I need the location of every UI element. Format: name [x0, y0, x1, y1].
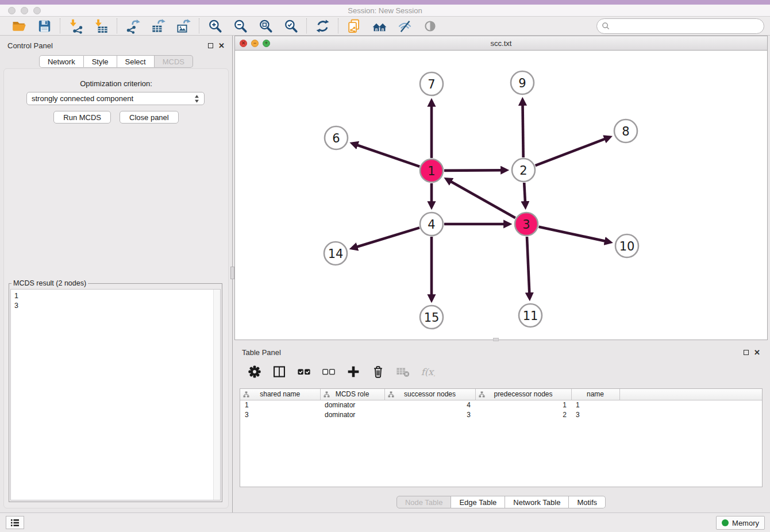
mcds-result-textarea[interactable]: 13: [10, 289, 221, 500]
graph-node-15[interactable]: 15: [420, 306, 443, 329]
dropdown-selected-value: strongly connected component: [32, 94, 194, 103]
tab-style[interactable]: Style: [84, 55, 117, 68]
cell-successor-nodes[interactable]: 4: [384, 400, 475, 410]
edge-4-14[interactable]: [352, 228, 419, 248]
export-image-button[interactable]: [174, 17, 193, 34]
clone-network-button[interactable]: [344, 17, 364, 34]
search-box[interactable]: [596, 18, 764, 34]
check-pair-icon: [297, 364, 311, 379]
edge-1-6[interactable]: [352, 144, 419, 167]
run-mcds-button[interactable]: Run MCDS: [53, 111, 111, 124]
column-header-predecessor-nodes[interactable]: predecessor nodes: [475, 389, 571, 400]
zoom-fit-button[interactable]: [256, 17, 275, 34]
graph-node-7[interactable]: 7: [420, 72, 443, 95]
memory-button[interactable]: Memory: [716, 516, 765, 530]
zoom-selected-button[interactable]: [281, 17, 301, 34]
tab-mcds[interactable]: MCDS: [155, 55, 193, 68]
node-table[interactable]: shared nameMCDS rolesuccessor nodesprede…: [240, 388, 763, 487]
network-minimize-button[interactable]: −: [251, 40, 259, 47]
import-table-button[interactable]: [91, 17, 111, 34]
show-hidden-panels-button[interactable]: [6, 516, 24, 529]
network-window-titlebar: ✕ − + scc.txt: [234, 36, 768, 51]
column-header-shared-name[interactable]: shared name: [240, 389, 320, 400]
tab-motifs[interactable]: Motifs: [569, 496, 606, 508]
tab-network-table[interactable]: Network Table: [505, 496, 569, 508]
show-columns-button[interactable]: [271, 363, 288, 381]
graph-node-10[interactable]: 10: [615, 234, 638, 257]
svg-text:8: 8: [622, 125, 629, 138]
cell-name[interactable]: 1: [571, 400, 619, 410]
first-neighbors-button[interactable]: [369, 17, 389, 34]
graph-node-8[interactable]: 8: [614, 119, 637, 142]
cell-predecessor-nodes[interactable]: 2: [475, 410, 571, 419]
cell-shared-name[interactable]: 1: [240, 400, 320, 410]
apply-layout-button[interactable]: [313, 17, 332, 34]
edge-2-3[interactable]: [524, 183, 525, 207]
export-table-button[interactable]: [148, 17, 168, 34]
export-network-button[interactable]: [123, 17, 143, 34]
open-session-button[interactable]: [9, 17, 29, 34]
cell-mcds-role[interactable]: dominator: [320, 410, 384, 419]
float-panel-icon[interactable]: [208, 43, 213, 48]
horizontal-splitter-handle[interactable]: [493, 338, 499, 341]
column-header-mcds-role[interactable]: MCDS role: [320, 389, 384, 400]
cell-shared-name[interactable]: 3: [240, 410, 320, 419]
edge-3-10[interactable]: [539, 227, 610, 242]
tab-select[interactable]: Select: [117, 55, 155, 68]
zoom-in-button[interactable]: [205, 17, 225, 34]
graph-node-1[interactable]: 1: [420, 159, 443, 182]
delete-column-button[interactable]: [369, 363, 387, 381]
graph-node-2[interactable]: 2: [512, 159, 535, 182]
deselect-all-rows-button[interactable]: [320, 363, 337, 381]
column-header-name[interactable]: name: [571, 389, 619, 400]
export-network-icon: [125, 18, 141, 34]
edge-2-9[interactable]: [522, 100, 523, 157]
table-row[interactable]: 1dominator411: [240, 400, 762, 410]
tab-edge-table[interactable]: Edge Table: [451, 496, 505, 508]
graph-node-6[interactable]: 6: [325, 126, 348, 149]
control-panel-header: Control Panel ✕: [0, 36, 232, 55]
svg-text:14: 14: [328, 247, 344, 261]
close-table-panel-icon[interactable]: ✕: [754, 349, 760, 356]
graph-node-4[interactable]: 4: [420, 213, 443, 236]
control-panel-tabs: NetworkStyleSelectMCDS: [39, 55, 193, 68]
vertical-splitter-handle[interactable]: [230, 267, 234, 279]
application-window: Session: New Session Control Panel ✕ Net…: [0, 0, 770, 532]
folder-icon: [11, 18, 27, 34]
cell-mcds-role[interactable]: dominator: [320, 400, 384, 410]
close-panel-button[interactable]: Close panel: [120, 111, 179, 124]
import-network-button[interactable]: [66, 17, 86, 34]
edge-3-11[interactable]: [527, 237, 530, 298]
search-input[interactable]: [613, 22, 759, 30]
tab-network[interactable]: Network: [39, 55, 84, 68]
hide-selected-button[interactable]: [395, 17, 414, 34]
graph-node-14[interactable]: 14: [324, 242, 347, 265]
optimization-criterion-dropdown[interactable]: strongly connected component: [26, 92, 205, 105]
table-row[interactable]: 3dominator323: [240, 410, 762, 419]
tab-node-table[interactable]: Node Table: [396, 496, 452, 508]
graph-node-11[interactable]: 11: [519, 304, 542, 327]
graph-node-9[interactable]: 9: [511, 71, 534, 94]
edge-1-2[interactable]: [444, 170, 506, 171]
edge-2-8[interactable]: [536, 137, 610, 165]
add-column-button[interactable]: [345, 363, 362, 381]
network-graph[interactable]: 7968124314101511: [235, 51, 767, 339]
zoom-out-button[interactable]: [230, 17, 250, 34]
save-session-button[interactable]: [34, 17, 54, 34]
select-all-rows-button[interactable]: [295, 363, 313, 381]
show-all-button[interactable]: [420, 17, 440, 34]
network-close-button[interactable]: ✕: [240, 40, 247, 47]
network-maximize-button[interactable]: +: [263, 40, 270, 47]
close-panel-icon[interactable]: ✕: [218, 42, 225, 49]
float-table-panel-icon[interactable]: [744, 350, 749, 355]
cell-predecessor-nodes[interactable]: 1: [475, 400, 571, 410]
import-table-icon: [94, 18, 109, 34]
cell-successor-nodes[interactable]: 3: [384, 410, 475, 419]
graph-node-3[interactable]: 3: [515, 213, 538, 236]
cell-name[interactable]: 3: [571, 410, 619, 419]
mcds-result-scrollbar[interactable]: [213, 290, 220, 500]
network-canvas[interactable]: 7968124314101511: [234, 51, 768, 340]
column-header-successor-nodes[interactable]: successor nodes: [384, 389, 475, 400]
table-settings-button[interactable]: [246, 363, 263, 381]
edge-3-1[interactable]: [446, 179, 515, 218]
